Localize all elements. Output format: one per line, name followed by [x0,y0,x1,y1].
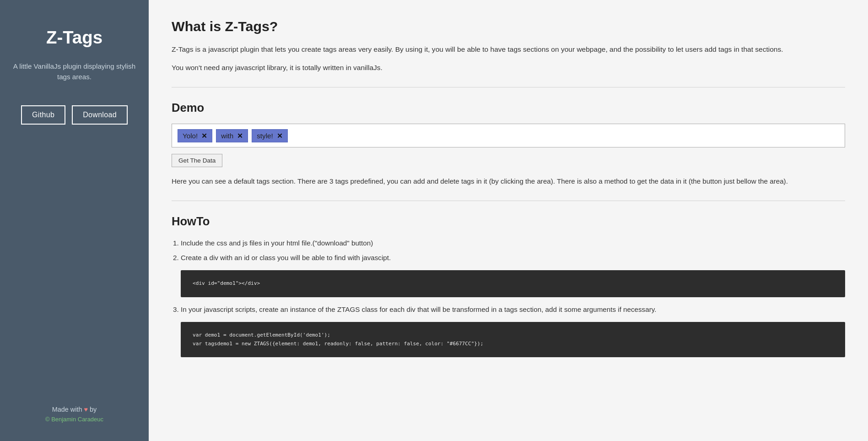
howto-step-3-text: In your javascript scripts, create an in… [181,305,656,313]
code-1-text: <div id="demo1"></div> [193,279,833,288]
howto-step-1: Include the css and js files in your htm… [181,237,845,249]
sidebar-buttons: Github Download [21,105,128,125]
download-button[interactable]: Download [72,105,128,125]
tag-style: style! ✕ [252,129,287,142]
divider-2 [172,201,845,201]
tag-with: with ✕ [216,129,248,142]
what-is-section: What is Z-Tags? Z-Tags is a javascript p… [172,18,845,73]
demo-section: Demo Yolo! ✕ with ✕ style! ✕ Get The Dat… [172,101,845,187]
tag-label-with: with [221,132,233,140]
divider-1 [172,87,845,87]
get-data-button[interactable]: Get The Data [172,154,222,167]
howto-step-3: In your javascript scripts, create an in… [181,304,845,358]
howto-step-2-text: Create a div with an id or class you wil… [181,254,391,261]
howto-step-1-text: Include the css and js files in your htm… [181,239,373,247]
tag-remove-yolo[interactable]: ✕ [201,132,207,139]
tag-label-style: style! [257,132,273,140]
tag-remove-style[interactable]: ✕ [277,132,283,139]
main-content: What is Z-Tags? Z-Tags is a javascript p… [149,0,868,441]
made-with-by: by [90,406,97,413]
howto-section: HowTo Include the css and js files in yo… [172,215,845,357]
demo-description: Here you can see a default tags section.… [172,175,845,187]
site-description: A little VanillaJs plugin displaying sty… [9,61,140,82]
code-block-2: var demo1 = document.getElementById('dem… [181,322,845,358]
howto-step-2: Create a div with an id or class you wil… [181,252,845,297]
code-block-1: <div id="demo1"></div> [181,270,845,297]
tag-label-yolo: Yolo! [183,132,198,140]
made-with: Made with ♥ by © Benjamin Caradeuc [45,406,103,423]
copyright-text: © Benjamin Caradeuc [45,416,103,423]
tags-area[interactable]: Yolo! ✕ with ✕ style! ✕ [172,124,845,147]
howto-list: Include the css and js files in your htm… [172,237,845,357]
intro-paragraph-2: You won't need any javascript library, i… [172,62,845,74]
made-with-text: Made with [52,406,82,413]
code-2-text: var demo1 = document.getElementById('dem… [193,331,833,348]
sidebar: Z-Tags A little VanillaJs plugin display… [0,0,149,441]
github-button[interactable]: Github [21,105,65,125]
heart-icon: ♥ [84,406,88,413]
site-title: Z-Tags [46,27,102,48]
intro-paragraph-1: Z-Tags is a javascript plugin that lets … [172,44,845,55]
tag-remove-with[interactable]: ✕ [237,132,243,139]
tag-yolo: Yolo! ✕ [178,129,212,142]
howto-title: HowTo [172,215,845,228]
what-is-title: What is Z-Tags? [172,18,845,34]
demo-title: Demo [172,101,845,114]
